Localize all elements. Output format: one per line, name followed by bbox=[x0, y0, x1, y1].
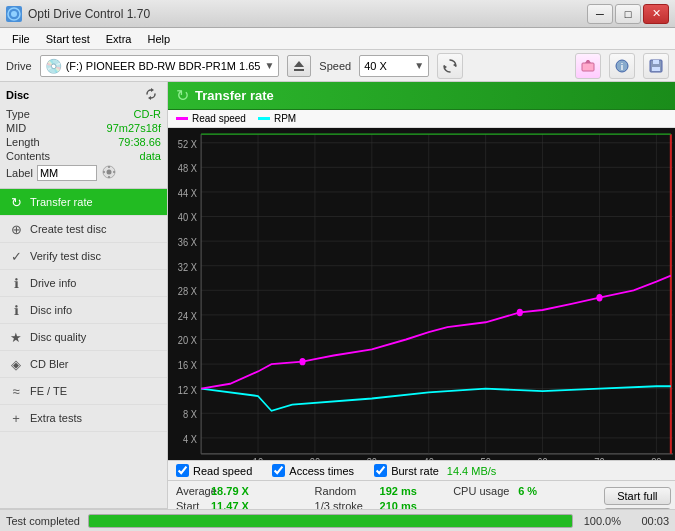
drive-eject-button[interactable] bbox=[287, 55, 311, 77]
chart-svg: 52 X 48 X 44 X 40 X 36 X 32 X 28 X 24 X … bbox=[168, 128, 675, 460]
burst-rate-value: 14.4 MB/s bbox=[447, 465, 497, 477]
sidebar-item-fe-te-label: FE / TE bbox=[30, 385, 67, 397]
svg-text:20: 20 bbox=[310, 456, 321, 460]
menu-extra[interactable]: Extra bbox=[98, 31, 140, 47]
progress-time: 00:03 bbox=[629, 515, 669, 527]
average-label: Average bbox=[176, 485, 211, 497]
sidebar-item-create-test-disc[interactable]: ⊕ Create test disc bbox=[0, 216, 167, 243]
svg-text:44 X: 44 X bbox=[178, 187, 197, 199]
sidebar-item-verify-test-disc-label: Verify test disc bbox=[30, 250, 101, 262]
label-input[interactable] bbox=[37, 165, 97, 181]
legend-rpm-color bbox=[258, 117, 270, 120]
cb-burst-rate-input[interactable] bbox=[374, 464, 387, 477]
svg-text:min: min bbox=[671, 457, 675, 460]
cd-bler-icon: ◈ bbox=[8, 356, 24, 372]
chart-area: ↻ Transfer rate Read speed RPM 52 X 48 X… bbox=[168, 82, 675, 531]
app-title: Opti Drive Control 1.70 bbox=[28, 7, 150, 21]
sidebar: Disc Type CD-R MID 97m27s18f Length 79:3… bbox=[0, 82, 168, 531]
svg-text:30: 30 bbox=[367, 456, 378, 460]
sidebar-item-disc-quality-label: Disc quality bbox=[30, 331, 86, 343]
sidebar-item-create-test-disc-label: Create test disc bbox=[30, 223, 106, 235]
save-button[interactable] bbox=[643, 53, 669, 79]
svg-rect-21 bbox=[168, 128, 675, 460]
drive-text: (F:) PIONEER BD-RW BDR-PR1M 1.65 bbox=[66, 60, 261, 72]
sidebar-item-disc-info-label: Disc info bbox=[30, 304, 72, 316]
sidebar-item-fe-te[interactable]: ≈ FE / TE bbox=[0, 378, 167, 405]
svg-text:12 X: 12 X bbox=[178, 384, 197, 396]
svg-rect-12 bbox=[652, 67, 660, 71]
extra-tests-icon: + bbox=[8, 410, 24, 426]
menu-file[interactable]: File bbox=[4, 31, 38, 47]
sidebar-item-cd-bler-label: CD Bler bbox=[30, 358, 69, 370]
close-button[interactable]: ✕ bbox=[643, 4, 669, 24]
svg-marker-14 bbox=[148, 96, 151, 100]
svg-rect-11 bbox=[653, 60, 659, 64]
svg-text:i: i bbox=[621, 62, 624, 72]
status-text: Test completed bbox=[6, 515, 80, 527]
cb-access-times-label: Access times bbox=[289, 465, 354, 477]
label-settings-button[interactable] bbox=[101, 164, 119, 182]
svg-text:16 X: 16 X bbox=[178, 359, 197, 371]
cb-read-speed[interactable]: Read speed bbox=[176, 464, 252, 477]
sidebar-item-extra-tests[interactable]: + Extra tests bbox=[0, 405, 167, 432]
svg-point-17 bbox=[108, 166, 110, 168]
verify-test-disc-icon: ✓ bbox=[8, 248, 24, 264]
svg-point-18 bbox=[108, 176, 110, 178]
refresh-button[interactable] bbox=[437, 53, 463, 79]
svg-rect-6 bbox=[582, 63, 594, 71]
sidebar-item-drive-info[interactable]: ℹ Drive info bbox=[0, 270, 167, 297]
cb-burst-rate[interactable]: Burst rate 14.4 MB/s bbox=[374, 464, 496, 477]
sidebar-item-transfer-rate[interactable]: ↻ Transfer rate bbox=[0, 189, 167, 216]
disc-title: Disc bbox=[6, 89, 29, 101]
svg-point-19 bbox=[103, 171, 105, 173]
svg-text:10: 10 bbox=[253, 456, 264, 460]
maximize-button[interactable]: □ bbox=[615, 4, 641, 24]
label-label: Label bbox=[6, 167, 33, 179]
cb-read-speed-label: Read speed bbox=[193, 465, 252, 477]
progress-bar-fill bbox=[89, 515, 572, 527]
svg-text:52 X: 52 X bbox=[178, 138, 197, 150]
svg-rect-3 bbox=[294, 69, 304, 71]
average-value: 18.79 X bbox=[211, 485, 256, 497]
disc-panel: Disc Type CD-R MID 97m27s18f Length 79:3… bbox=[0, 82, 167, 189]
sidebar-item-disc-quality[interactable]: ★ Disc quality bbox=[0, 324, 167, 351]
sidebar-item-extra-tests-label: Extra tests bbox=[30, 412, 82, 424]
disc-quality-icon: ★ bbox=[8, 329, 24, 345]
svg-marker-5 bbox=[444, 65, 447, 69]
cb-access-times-input[interactable] bbox=[272, 464, 285, 477]
info-button[interactable]: i bbox=[609, 53, 635, 79]
svg-marker-7 bbox=[585, 60, 591, 63]
svg-text:40: 40 bbox=[424, 456, 435, 460]
sidebar-item-cd-bler[interactable]: ◈ CD Bler bbox=[0, 351, 167, 378]
length-value: 79:38.66 bbox=[118, 136, 161, 148]
chart-header-icon: ↻ bbox=[176, 86, 189, 105]
menu-bar: File Start test Extra Help bbox=[0, 28, 675, 50]
svg-text:32 X: 32 X bbox=[178, 261, 197, 273]
drive-bar: Drive 💿 (F:) PIONEER BD-RW BDR-PR1M 1.65… bbox=[0, 50, 675, 82]
cb-read-speed-input[interactable] bbox=[176, 464, 189, 477]
contents-value: data bbox=[140, 150, 161, 162]
disc-refresh-button[interactable] bbox=[143, 86, 161, 104]
sidebar-item-drive-info-label: Drive info bbox=[30, 277, 76, 289]
nav-items: ↻ Transfer rate ⊕ Create test disc ✓ Ver… bbox=[0, 189, 167, 508]
legend-rpm: RPM bbox=[258, 113, 296, 124]
legend-read-speed: Read speed bbox=[176, 113, 246, 124]
minimize-button[interactable]: ─ bbox=[587, 4, 613, 24]
cb-access-times[interactable]: Access times bbox=[272, 464, 354, 477]
menu-help[interactable]: Help bbox=[139, 31, 178, 47]
speed-select[interactable]: 40 X ▼ bbox=[359, 55, 429, 77]
sidebar-item-verify-test-disc[interactable]: ✓ Verify test disc bbox=[0, 243, 167, 270]
start-full-button[interactable]: Start full bbox=[604, 487, 671, 505]
svg-text:70: 70 bbox=[594, 456, 605, 460]
menu-start-test[interactable]: Start test bbox=[38, 31, 98, 47]
mid-value: 97m27s18f bbox=[107, 122, 161, 134]
sidebar-item-disc-info[interactable]: ℹ Disc info bbox=[0, 297, 167, 324]
svg-text:20 X: 20 X bbox=[178, 335, 197, 347]
drive-label: Drive bbox=[6, 60, 32, 72]
drive-select[interactable]: 💿 (F:) PIONEER BD-RW BDR-PR1M 1.65 ▼ bbox=[40, 55, 280, 77]
erase-button[interactable] bbox=[575, 53, 601, 79]
chart-header: ↻ Transfer rate bbox=[168, 82, 675, 110]
legend-read-speed-label: Read speed bbox=[192, 113, 246, 124]
type-label: Type bbox=[6, 108, 30, 120]
svg-point-16 bbox=[106, 170, 111, 175]
